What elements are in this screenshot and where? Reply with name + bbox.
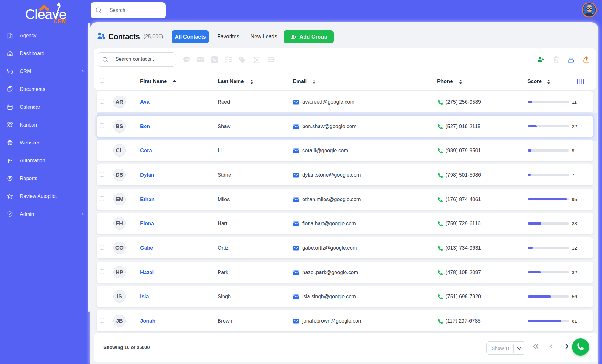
svg-text:CRM: CRM [54,18,66,24]
svg-text:SMS: SMS [185,58,190,61]
